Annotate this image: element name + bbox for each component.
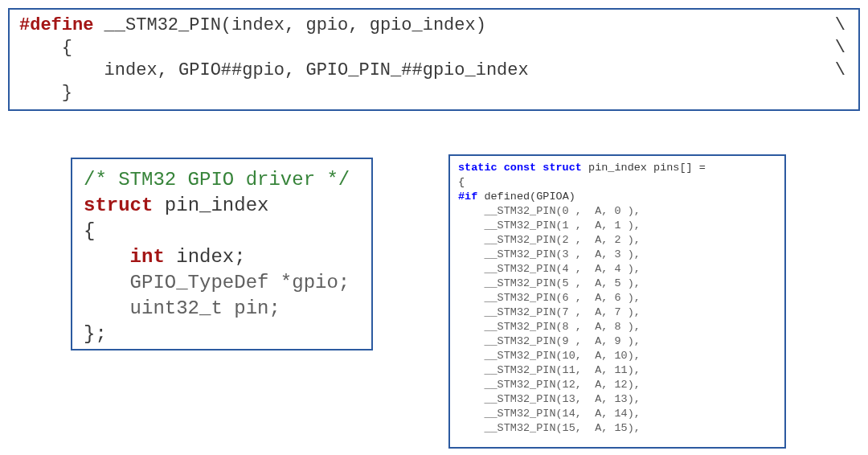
code-line: #define __STM32_PIN(index, gpio, gpio_in… — [19, 14, 849, 37]
pin-definition-line: __STM32_PIN(13, A, 13), — [458, 392, 776, 407]
code-line: { — [84, 219, 360, 244]
code-token: pin_index — [153, 195, 268, 216]
code-token: __STM32_PIN(0 , A, 0 ), — [458, 205, 641, 217]
code-token: { — [84, 220, 95, 242]
code-box-struct: /* STM32 GPIO driver */struct pin_index{… — [71, 158, 373, 350]
code-token: __STM32_PIN(11, A, 11), — [458, 364, 641, 376]
code-token: index; — [165, 246, 246, 268]
code-line: {\ — [19, 37, 849, 59]
pin-definition-line: __STM32_PIN(10, A, 10), — [458, 349, 776, 363]
code-token: __STM32_PIN(6 , A, 6 ), — [458, 292, 641, 304]
pin-definition-line: __STM32_PIN(5 , A, 5 ), — [458, 277, 776, 291]
code-token: index, GPIO##gpio, GPIO_PIN_##gpio_index — [19, 60, 529, 80]
pin-definition-line: __STM32_PIN(9 , A, 9 ), — [458, 334, 776, 349]
pin-definition-line: __STM32_PIN(4 , A, 4 ), — [458, 262, 776, 277]
code-token: __STM32_PIN(3 , A, 3 ), — [458, 248, 641, 260]
line-continuation-backslash: \ — [835, 14, 845, 37]
code-token: defined(GPIOA) — [477, 191, 575, 203]
code-token: { — [458, 176, 465, 188]
code-token: GPIO_TypeDef *gpio; — [84, 272, 350, 293]
code-token: __STM32_PIN(10, A, 10), — [458, 350, 641, 362]
code-line: #if defined(GPIOA) — [458, 190, 776, 204]
code-line: static const struct pin_index pins[] = — [458, 161, 776, 175]
code-box-macro: #define __STM32_PIN(index, gpio, gpio_in… — [8, 8, 860, 111]
code-token: }; — [84, 323, 107, 345]
code-token: uint32_t pin; — [84, 297, 280, 319]
code-line: }; — [84, 322, 360, 347]
pin-definition-line: __STM32_PIN(14, A, 14), — [458, 407, 776, 421]
code-token: #if — [458, 191, 477, 203]
code-token: __STM32_PIN(12, A, 12), — [458, 379, 641, 391]
pin-definition-line: __STM32_PIN(6 , A, 6 ), — [458, 291, 776, 305]
code-line: index, GPIO##gpio, GPIO_PIN_##gpio_index… — [19, 59, 849, 82]
code-line: /* STM32 GPIO driver */ — [84, 167, 360, 193]
code-token: __STM32_PIN(2 , A, 2 ), — [458, 234, 641, 246]
pin-definition-line: __STM32_PIN(0 , A, 0 ), — [458, 204, 776, 219]
code-token: struct — [84, 195, 153, 216]
code-line: } — [19, 82, 849, 105]
code-token: __STM32_PIN(1 , A, 1 ), — [458, 219, 641, 232]
code-token: } — [19, 83, 72, 103]
code-line: { — [458, 175, 776, 190]
code-token: /* STM32 GPIO driver */ — [84, 169, 350, 191]
line-continuation-backslash: \ — [835, 59, 845, 82]
code-token: __STM32_PIN(4 , A, 4 ), — [458, 263, 641, 275]
code-line: GPIO_TypeDef *gpio; — [84, 270, 360, 296]
pin-definition-line: __STM32_PIN(2 , A, 2 ), — [458, 233, 776, 248]
code-line: int index; — [84, 244, 360, 270]
code-token: __STM32_PIN(7 , A, 7 ), — [458, 306, 641, 318]
code-token: pin_index pins[] = — [582, 162, 706, 174]
code-token — [84, 246, 130, 268]
pin-definition-line: __STM32_PIN(3 , A, 3 ), — [458, 248, 776, 262]
code-token: __STM32_PIN(13, A, 13), — [458, 393, 641, 405]
code-token: int — [130, 246, 165, 268]
pin-definition-line: __STM32_PIN(8 , A, 8 ), — [458, 320, 776, 334]
code-token: { — [19, 38, 72, 58]
code-token: static const struct — [458, 162, 582, 174]
code-token: __STM32_PIN(14, A, 14), — [458, 408, 641, 420]
code-token: __STM32_PIN(15, A, 15), — [458, 422, 641, 434]
code-box-pins-array: static const struct pin_index pins[] ={#… — [448, 154, 786, 449]
code-token: __STM32_PIN(5 , A, 5 ), — [458, 277, 641, 289]
pin-definition-line: __STM32_PIN(1 , A, 1 ), — [458, 219, 776, 233]
code-token: __STM32_PIN(index, gpio, gpio_index) — [93, 15, 485, 35]
pin-definition-line: __STM32_PIN(11, A, 11), — [458, 363, 776, 378]
code-token: __STM32_PIN(9 , A, 9 ), — [458, 335, 641, 347]
pin-definition-line: __STM32_PIN(7 , A, 7 ), — [458, 305, 776, 320]
code-token: __STM32_PIN(8 , A, 8 ), — [458, 321, 641, 333]
pin-definition-line: __STM32_PIN(15, A, 15), — [458, 421, 776, 436]
pin-definition-line: __STM32_PIN(12, A, 12), — [458, 378, 776, 392]
code-token: #define — [19, 15, 93, 35]
line-continuation-backslash: \ — [835, 37, 845, 59]
code-line: struct pin_index — [84, 193, 360, 219]
code-line: uint32_t pin; — [84, 296, 360, 322]
